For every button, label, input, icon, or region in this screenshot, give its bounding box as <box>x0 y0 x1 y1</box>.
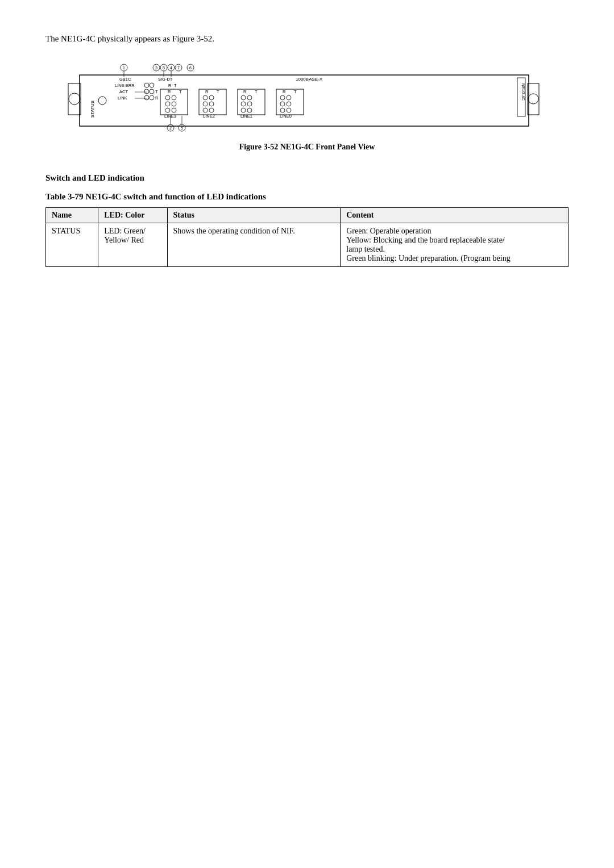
svg-text:STATUS: STATUS <box>90 101 95 118</box>
svg-point-2 <box>69 93 80 105</box>
svg-rect-0 <box>80 75 529 126</box>
svg-point-16 <box>150 89 154 94</box>
svg-text:R: R <box>283 89 286 94</box>
table-row: STATUS LED: Green/Yellow/ Red Shows the … <box>46 223 569 267</box>
svg-text:2: 2 <box>169 126 172 130</box>
table-title: Table 3-79 NE1G-4C switch and function o… <box>45 192 569 202</box>
svg-point-62 <box>280 108 285 112</box>
svg-text:LINE2: LINE2 <box>203 114 215 119</box>
svg-text:T: T <box>255 89 258 94</box>
svg-point-27 <box>165 95 170 100</box>
cell-status: Shows the operating condition of NIF. <box>167 223 341 267</box>
svg-text:R: R <box>243 89 247 94</box>
svg-point-41 <box>203 108 208 112</box>
svg-text:R: R <box>168 83 172 88</box>
svg-text:T: T <box>217 89 219 94</box>
svg-text:4: 4 <box>170 66 172 70</box>
svg-text:R: R <box>155 95 159 101</box>
svg-point-39 <box>203 102 208 106</box>
svg-text:LINE ERR: LINE ERR <box>115 83 135 88</box>
svg-text:6: 6 <box>189 66 192 70</box>
svg-point-48 <box>247 95 252 100</box>
svg-point-30 <box>172 102 176 106</box>
svg-point-47 <box>241 95 246 100</box>
svg-point-19 <box>150 95 154 100</box>
svg-text:ACT: ACT <box>119 89 128 94</box>
col-header-content: Content <box>341 208 569 223</box>
svg-point-18 <box>144 95 149 100</box>
cell-content: Green: Operable operationYellow: Blockin… <box>341 223 569 267</box>
svg-text:T: T <box>174 83 177 88</box>
cell-led-color: LED: Green/Yellow/ Red <box>98 223 167 267</box>
svg-point-14 <box>150 83 154 87</box>
svg-text:1000BASE-X: 1000BASE-X <box>296 77 323 82</box>
svg-point-51 <box>241 108 246 112</box>
svg-text:SIG-DT: SIG-DT <box>158 77 173 82</box>
svg-point-49 <box>241 102 246 106</box>
table-header-row: Name LED: Color Status Content <box>46 208 569 223</box>
panel-diagram: NE1G-4C STATUS GB1C LINE ERR ACT LINK T <box>63 61 551 135</box>
svg-point-52 <box>247 108 252 112</box>
cell-name: STATUS <box>46 223 98 267</box>
led-table: Name LED: Color Status Content STATUS LE… <box>45 207 569 267</box>
svg-rect-24 <box>160 89 188 115</box>
svg-point-29 <box>165 102 170 106</box>
svg-text:3: 3 <box>155 66 157 70</box>
svg-point-63 <box>287 108 291 112</box>
col-header-name: Name <box>46 208 98 223</box>
svg-point-37 <box>203 95 208 100</box>
svg-text:LINE3: LINE3 <box>164 114 176 119</box>
col-header-status: Status <box>167 208 341 223</box>
svg-rect-3 <box>528 84 539 115</box>
svg-point-28 <box>172 95 176 100</box>
svg-point-60 <box>280 102 285 106</box>
svg-text:R: R <box>168 89 171 94</box>
svg-text:1: 1 <box>123 66 125 70</box>
svg-point-31 <box>165 108 170 112</box>
svg-point-50 <box>247 102 252 106</box>
svg-point-32 <box>172 108 176 112</box>
svg-text:5: 5 <box>181 126 183 130</box>
svg-text:7: 7 <box>177 66 180 70</box>
switch-led-heading: Switch and LED indication <box>45 173 569 183</box>
svg-point-15 <box>144 89 149 94</box>
svg-rect-44 <box>238 89 265 115</box>
svg-text:GB1C: GB1C <box>119 77 131 82</box>
svg-point-38 <box>209 95 214 100</box>
figure-container: NE1G-4C STATUS GB1C LINE ERR ACT LINK T <box>45 61 569 163</box>
intro-text: The NE1G-4C physically appears as Figure… <box>45 34 569 44</box>
svg-point-8 <box>98 97 106 105</box>
svg-point-40 <box>209 102 214 106</box>
svg-text:NE1G-4C: NE1G-4C <box>521 84 525 101</box>
diagram-wrapper: NE1G-4C STATUS GB1C LINE ERR ACT LINK T <box>63 61 551 135</box>
col-header-led: LED: Color <box>98 208 167 223</box>
svg-text:T: T <box>155 89 158 94</box>
svg-point-58 <box>280 95 285 100</box>
svg-text:R: R <box>205 89 209 94</box>
svg-text:LINE0: LINE0 <box>280 114 292 119</box>
svg-text:LINK: LINK <box>118 95 127 101</box>
figure-caption: Figure 3-52 NE1G-4C Front Panel View <box>239 143 375 152</box>
svg-text:T: T <box>179 89 182 94</box>
svg-point-61 <box>287 102 291 106</box>
svg-rect-1 <box>68 84 81 115</box>
svg-point-13 <box>144 83 149 87</box>
svg-point-4 <box>528 94 538 104</box>
svg-text:LINE1: LINE1 <box>240 114 252 119</box>
svg-point-59 <box>287 95 291 100</box>
svg-point-42 <box>209 108 214 112</box>
svg-text:T: T <box>294 89 297 94</box>
svg-text:8: 8 <box>163 66 165 70</box>
